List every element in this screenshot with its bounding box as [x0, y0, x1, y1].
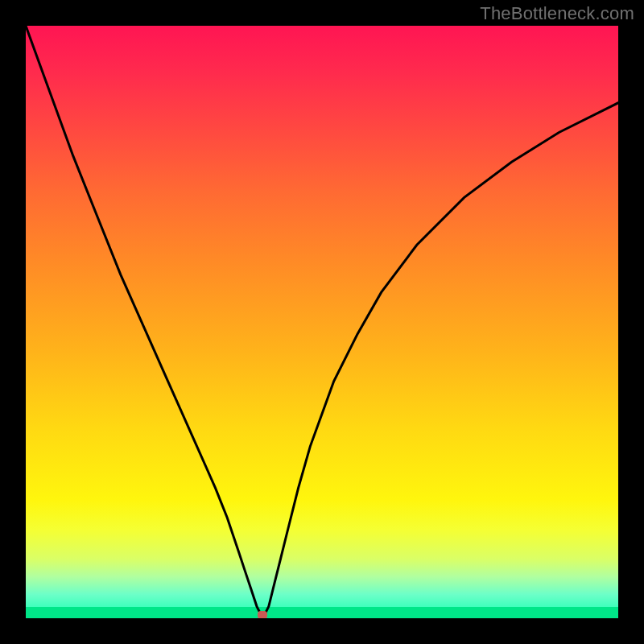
curve-svg	[26, 26, 618, 618]
watermark-text: TheBottleneck.com	[480, 3, 634, 24]
optimal-point-marker	[258, 611, 267, 618]
chart-container: TheBottleneck.com	[0, 0, 644, 644]
bottleneck-curve	[26, 26, 618, 618]
plot-area	[26, 26, 618, 618]
